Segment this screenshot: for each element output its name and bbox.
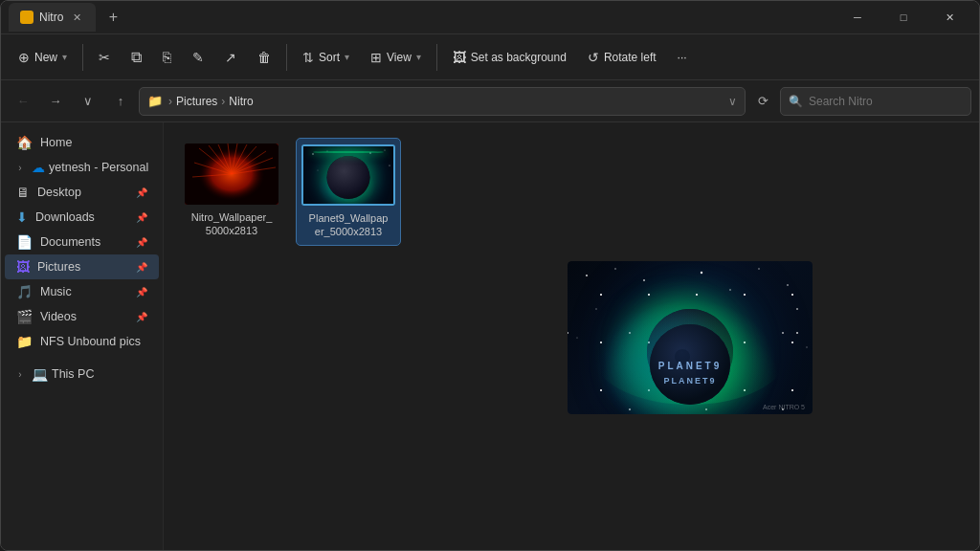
refresh-button[interactable]: ⟳ (749, 88, 776, 115)
home-icon: 🏠 (16, 135, 33, 150)
sidebar-item-music[interactable]: 🎵 Music 📌 (5, 279, 159, 304)
view-icon: ⊞ (370, 50, 382, 65)
forward-icon: → (50, 94, 62, 108)
share-icon: ↗ (225, 50, 236, 65)
sidebar-item-this-pc[interactable]: › 💻 This PC (5, 362, 159, 386)
sidebar-item-music-label: Music (40, 285, 72, 298)
sidebar-item-nfs-unbound[interactable]: 📁 NFS Unbound pics (5, 329, 159, 354)
sidebar-item-videos-label: Videos (40, 310, 77, 323)
files-grid: Nitro_Wallpaper_5000x2813 (179, 138, 401, 537)
paste-button[interactable]: ⎘ (153, 44, 181, 70)
sort-button[interactable]: ⇅ Sort ▾ (293, 45, 359, 70)
file-thumbnail-planet9: PLANET9 (301, 144, 395, 206)
svg-point-20 (361, 161, 362, 162)
minimize-button[interactable]: ─ (835, 4, 880, 31)
file-name-planet9: Planet9_Wallpaper_5000x2813 (309, 211, 389, 239)
copy-button[interactable]: ⧉ (122, 44, 151, 71)
tab-folder-icon (20, 11, 33, 24)
back-button[interactable]: ← (9, 87, 37, 116)
path-part-pictures[interactable]: Pictures (176, 95, 217, 108)
address-bar[interactable]: 📁 › Pictures › Nitro ∨ (139, 87, 746, 116)
pictures-icon: 🖼 (16, 259, 30, 275)
svg-point-30 (614, 268, 616, 270)
rename-icon: ✎ (192, 50, 204, 65)
search-icon: 🔍 (789, 95, 803, 108)
sidebar-item-videos[interactable]: 🎬 Videos 📌 (5, 304, 159, 329)
new-icon: ⊕ (18, 50, 30, 65)
documents-pin-icon: 📌 (136, 237, 147, 248)
maximize-button[interactable]: □ (881, 4, 925, 31)
sidebar-item-nfs-label: NFS Unbound pics (40, 335, 141, 348)
set-background-button[interactable]: 🖼 Set as background (443, 45, 576, 70)
rotate-left-button[interactable]: ↺ Rotate left (578, 45, 666, 70)
videos-icon: 🎬 (16, 309, 33, 324)
navigation-bar: ← → ∨ ↑ 📁 › Pictures › Nitro ∨ ⟳ 🔍 (1, 80, 979, 122)
downloads-pin-icon: 📌 (136, 212, 147, 223)
set-background-label: Set as background (471, 51, 567, 64)
copy-icon: ⧉ (131, 49, 142, 66)
sidebar-item-home[interactable]: 🏠 Home (5, 130, 159, 155)
svg-point-38 (576, 337, 577, 338)
onedrive-expand-icon: › (12, 160, 28, 175)
window-tab[interactable]: Nitro ✕ (9, 3, 96, 32)
path-part-nitro[interactable]: Nitro (229, 95, 253, 108)
svg-text:Acer NITRO 5: Acer NITRO 5 (763, 404, 805, 410)
nitro-thumbnail-image (185, 143, 278, 205)
onedrive-icon: ☁ (32, 160, 45, 175)
address-path: › Pictures › Nitro (168, 95, 723, 108)
nitro-spikes (185, 143, 278, 205)
sidebar-item-onedrive[interactable]: › ☁ yetnesh - Personal (5, 155, 159, 180)
cut-button[interactable]: ✂ (89, 45, 120, 70)
more-options-button[interactable]: ··· (668, 46, 697, 69)
rotate-left-label: Rotate left (604, 51, 657, 64)
files-row: Nitro_Wallpaper_5000x2813 (179, 138, 401, 246)
desktop-icon: 🖥 (16, 185, 30, 200)
up-directory-button[interactable]: ↑ (106, 87, 135, 116)
file-item-planet9-wallpaper[interactable]: PLANET9 Planet9_Wallpaper_5000x2813 (296, 138, 401, 246)
new-tab-button[interactable]: + (100, 4, 126, 31)
file-item-nitro-wallpaper[interactable]: Nitro_Wallpaper_5000x2813 (179, 138, 284, 244)
up-icon: ↑ (118, 94, 124, 108)
documents-icon: 📄 (16, 234, 33, 250)
desktop-pin-icon: 📌 (136, 187, 147, 198)
sidebar-item-documents[interactable]: 📄 Documents 📌 (5, 230, 159, 254)
file-name-nitro: Nitro_Wallpaper_5000x2813 (191, 210, 273, 238)
recent-locations-button[interactable]: ∨ (74, 87, 102, 116)
file-content-area: Nitro_Wallpaper_5000x2813 (164, 122, 979, 551)
preview-planet-svg: PLANET9 Acer NITRO 5 (568, 261, 813, 414)
music-pin-icon: 📌 (136, 287, 147, 298)
sidebar-item-pictures[interactable]: 🖼 Pictures 📌 (5, 254, 159, 279)
sidebar-item-desktop[interactable]: 🖥 Desktop 📌 (5, 180, 159, 205)
path-separator: › (221, 95, 225, 108)
preview-planet-image: PLANET9 Acer NITRO 5 (568, 261, 813, 414)
chevron-down-icon: ∨ (83, 94, 93, 108)
view-button[interactable]: ⊞ View ▾ (361, 45, 431, 70)
search-bar[interactable]: 🔍 (780, 87, 971, 116)
svg-text:PLANET9: PLANET9 (336, 185, 364, 190)
svg-text:PLANET9: PLANET9 (658, 361, 723, 371)
search-input[interactable] (809, 95, 963, 108)
forward-button[interactable]: → (41, 87, 70, 116)
delete-button[interactable]: 🗑 (248, 45, 280, 70)
address-dropdown-icon[interactable]: ∨ (728, 95, 737, 108)
music-icon: 🎵 (16, 284, 33, 299)
set-background-icon: 🖼 (453, 50, 466, 65)
rename-button[interactable]: ✎ (183, 45, 213, 70)
sidebar-item-pictures-label: Pictures (37, 260, 80, 274)
close-button[interactable]: ✕ (927, 4, 971, 31)
new-button[interactable]: ⊕ New ▾ (9, 45, 77, 70)
sidebar-item-desktop-label: Desktop (37, 186, 81, 199)
delete-icon: 🗑 (257, 50, 271, 65)
sidebar-item-onedrive-label: yetnesh - Personal (49, 161, 148, 174)
window-controls: ─ □ ✕ (835, 4, 971, 31)
sidebar-item-downloads[interactable]: ⬇ Downloads 📌 (5, 205, 159, 230)
toolbar: ⊕ New ▾ ✂ ⧉ ⎘ ✎ ↗ 🗑 ⇅ Sort ▾ ⊞ View ▾ 🖼 … (1, 34, 979, 80)
tab-close-button[interactable]: ✕ (69, 10, 84, 25)
address-folder-icon: 📁 (147, 94, 163, 108)
share-button[interactable]: ↗ (215, 45, 246, 70)
toolbar-separator-1 (82, 44, 83, 71)
sidebar-item-home-label: Home (40, 136, 72, 149)
file-thumbnail-nitro (185, 143, 278, 205)
toolbar-separator-3 (436, 44, 437, 71)
downloads-icon: ⬇ (16, 209, 28, 225)
